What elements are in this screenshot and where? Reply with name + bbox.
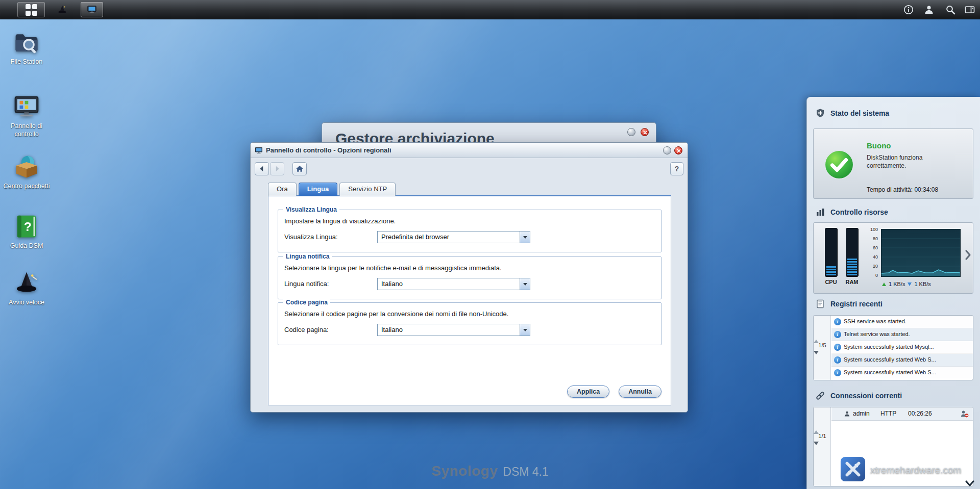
window-monitor-icon	[255, 146, 263, 157]
info-button[interactable]	[902, 4, 915, 16]
select-value: Italiano	[381, 278, 403, 290]
chevron-down-icon	[520, 324, 530, 336]
log-text: System successfully started Web S...	[844, 369, 936, 375]
open-window-taskbar-button[interactable]	[81, 2, 103, 17]
log-row[interactable]: i System successfully started Web S...	[831, 367, 973, 379]
resource-monitor-box: CPU RAM 100 80 60 40 20 0 1 KB/s 1 KB/s	[813, 222, 973, 294]
page-indicator: 1/5	[814, 342, 831, 348]
widget-sidebar: Stato del sistema Buono DiskStation funz…	[806, 97, 980, 489]
group-legend: Codice pagina	[283, 299, 330, 306]
select-value: Italiano	[381, 324, 403, 336]
control-panel-window: Pannello di controllo - Opzioni regional…	[250, 142, 688, 413]
desktop-icon-package-center[interactable]: Centro pacchetti	[0, 153, 53, 191]
network-speed: 1 KB/s 1 KB/s	[882, 281, 931, 287]
chevron-right-icon	[964, 249, 971, 261]
desktop-icon-label: Centro pacchetti	[0, 183, 53, 191]
desktop-icon-dsm-help[interactable]: ? Guida DSM	[0, 213, 53, 250]
page-down-button[interactable]	[814, 354, 831, 364]
close-button[interactable]	[674, 146, 682, 155]
recent-logs-box: 1/5 i SSH service was started. i Telnet …	[813, 315, 973, 380]
page-up-button[interactable]	[814, 422, 831, 431]
back-button[interactable]	[255, 162, 269, 175]
upload-speed: 1 KB/s	[889, 281, 905, 287]
display-language-group: Visualizza Lingua Impostare la lingua di…	[278, 210, 662, 252]
cpu-label: CPU	[820, 279, 842, 285]
tab-ora[interactable]: Ora	[268, 183, 297, 196]
main-menu-icon	[26, 4, 37, 16]
info-icon: i	[834, 318, 841, 325]
package-center-icon	[13, 153, 40, 181]
svg-text:?: ?	[24, 220, 32, 234]
group-description: Impostare la lingua di visualizzazione.	[284, 217, 396, 225]
window-titlebar[interactable]: Pannello di controllo - Opzioni regional…	[251, 143, 688, 158]
search-button[interactable]	[944, 4, 957, 16]
panel-icon	[964, 4, 976, 16]
dsm-help-icon: ?	[13, 213, 40, 240]
info-icon: i	[834, 369, 841, 376]
status-detail: DiskStation funziona correttamente.	[867, 153, 946, 170]
info-icon	[902, 4, 915, 16]
close-button[interactable]	[641, 128, 649, 136]
close-icon	[642, 129, 649, 136]
link-icon	[815, 391, 825, 401]
page-indicator: 1/1	[814, 433, 831, 439]
scale-tick: 20	[863, 264, 878, 269]
pilot-view-button[interactable]	[964, 4, 976, 16]
system-status-header: Stato del sistema	[815, 108, 889, 118]
control-panel-icon	[13, 93, 40, 120]
log-row[interactable]: i SSH service was started.	[831, 316, 973, 328]
sidebar-scroll-down-button[interactable]	[964, 479, 976, 488]
display-language-select[interactable]: Predefinita del browser	[377, 231, 530, 243]
info-icon: i	[834, 344, 841, 351]
monitor-icon	[86, 4, 97, 15]
tab-lingua[interactable]: Lingua	[299, 183, 338, 196]
log-row[interactable]: i Telnet service was started.	[831, 328, 973, 341]
tab-servizio-ntp[interactable]: Servizio NTP	[339, 183, 396, 196]
network-graph	[881, 229, 961, 277]
ram-gauge	[846, 228, 859, 277]
log-row[interactable]: i System successfully started Mysql...	[831, 341, 973, 354]
cpu-gauge	[825, 228, 838, 277]
connection-user: admin	[853, 410, 870, 417]
help-label: ?	[675, 165, 679, 173]
close-icon	[675, 147, 682, 155]
codepage-select[interactable]: Italiano	[377, 324, 530, 336]
help-button[interactable]: ?	[670, 162, 683, 175]
desktop-icon-label: File Station	[0, 58, 53, 66]
connections-header: Connessioni correnti	[815, 391, 902, 401]
download-icon	[908, 282, 912, 286]
download-speed: 1 KB/s	[914, 281, 930, 287]
main-menu-button[interactable]	[17, 2, 45, 17]
user-menu-button[interactable]	[923, 4, 935, 16]
log-text: SSH service was started.	[844, 318, 906, 324]
page-down-button[interactable]	[814, 445, 831, 454]
back-arrow-icon	[257, 164, 266, 173]
widget-next-button[interactable]	[964, 249, 971, 263]
taskbar	[0, 0, 980, 19]
log-row[interactable]: i System successfully started Web S...	[831, 354, 973, 367]
recent-logs-header: Registri recenti	[815, 299, 883, 309]
desktop-icon-file-station[interactable]: File Station	[0, 29, 53, 66]
notification-language-select[interactable]: Italiano	[377, 278, 530, 290]
kick-connection-button[interactable]	[960, 409, 969, 420]
watermark-logo-icon	[840, 456, 866, 484]
forward-button[interactable]	[270, 162, 284, 175]
quick-launch-button[interactable]	[52, 2, 72, 17]
logs-pager: 1/5	[814, 316, 831, 380]
cancel-button[interactable]: Annulla	[619, 385, 662, 398]
system-status-box: Buono DiskStation funziona correttamente…	[813, 128, 973, 199]
widget-title: Connessioni correnti	[830, 392, 902, 400]
desktop-icon-quick-start[interactable]: Avvio veloce	[0, 269, 53, 307]
bar-chart-icon	[815, 207, 825, 217]
minimize-button[interactable]	[663, 146, 671, 155]
home-button[interactable]	[292, 162, 307, 175]
widget-title: Stato del sistema	[830, 109, 889, 117]
connection-row[interactable]: admin HTTP 00:26:26	[831, 407, 973, 421]
field-label: Visualizza Lingua:	[284, 233, 338, 241]
page-up-button[interactable]	[814, 331, 831, 340]
apply-button[interactable]: Applica	[567, 385, 609, 398]
scale-tick: 100	[863, 227, 878, 232]
watermark-text: xtremehardware.com	[870, 465, 961, 476]
desktop-icon-control-panel[interactable]: Pannello di controllo	[0, 93, 53, 138]
minimize-button[interactable]	[627, 128, 635, 136]
